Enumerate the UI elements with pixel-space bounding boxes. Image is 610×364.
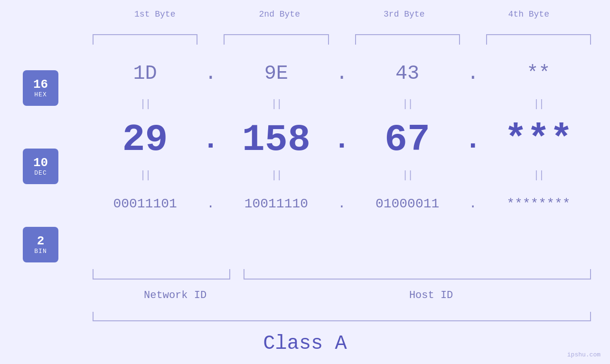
dec-b2: 158 bbox=[224, 114, 328, 166]
hex-b4: ** bbox=[486, 52, 591, 95]
hex-dot2: . bbox=[329, 52, 355, 95]
bottom-brackets bbox=[93, 269, 591, 280]
watermark: ipshu.com bbox=[567, 351, 601, 358]
dec-dot3: . bbox=[460, 114, 486, 166]
dec-b1: 29 bbox=[93, 114, 197, 166]
hex-b3: 43 bbox=[355, 52, 460, 95]
eq-row2: || || || || bbox=[93, 166, 591, 185]
bin-row: 00011101 . 10011110 . 01000011 . *******… bbox=[93, 185, 591, 223]
class-label: Class A bbox=[0, 332, 610, 355]
hex-row: 1D . 9E . 43 . ** bbox=[93, 52, 591, 95]
bin-b1: 00011101 bbox=[93, 185, 197, 223]
host-id-bracket bbox=[244, 269, 591, 280]
bin-b4: ******** bbox=[486, 185, 591, 223]
eq2-b2: || bbox=[224, 166, 328, 185]
byte3-header: 3rd Byte bbox=[342, 9, 467, 19]
hex-base-num: 16 bbox=[33, 78, 48, 92]
hex-dot3: . bbox=[460, 52, 486, 95]
byte4-header: 4th Byte bbox=[467, 9, 591, 19]
byte1-header: 1st Byte bbox=[93, 9, 217, 19]
eq1-b4: || bbox=[486, 95, 591, 114]
bin-badge: 2 BIN bbox=[23, 227, 58, 262]
bracket-byte3 bbox=[355, 34, 460, 45]
eq1-b1: || bbox=[93, 95, 197, 114]
network-id-bracket bbox=[93, 269, 230, 280]
bin-b3: 01000011 bbox=[355, 185, 460, 223]
hex-base-label: HEX bbox=[34, 91, 47, 98]
eq2-b4: || bbox=[486, 166, 591, 185]
bracket-byte4 bbox=[486, 34, 591, 45]
values-grid: 1D . 9E . 43 . ** || bbox=[93, 47, 591, 223]
bin-b2: 10011110 bbox=[224, 185, 328, 223]
dec-badge: 10 DEC bbox=[23, 149, 58, 184]
byte-headers: 1st Byte 2nd Byte 3rd Byte 4th Byte bbox=[93, 9, 591, 19]
bracket-spacer2 bbox=[329, 34, 355, 45]
bin-dot3: . bbox=[460, 185, 486, 223]
eq2-b3: || bbox=[355, 166, 460, 185]
eq1-b2: || bbox=[224, 95, 328, 114]
network-id-label: Network ID bbox=[93, 289, 258, 301]
dec-dot1: . bbox=[197, 114, 224, 166]
bin-base-label: BIN bbox=[34, 248, 47, 255]
eq2-b1: || bbox=[93, 166, 197, 185]
eq-row1: || || || || bbox=[93, 95, 591, 114]
dec-row: 29 . 158 . 67 . *** bbox=[93, 114, 591, 166]
bracket-spacer3 bbox=[460, 34, 486, 45]
eq1-b3: || bbox=[355, 95, 460, 114]
hex-b2: 9E bbox=[224, 52, 328, 95]
hex-badge: 16 HEX bbox=[23, 70, 58, 106]
main-container: 16 HEX 10 DEC 2 BIN 1st Byte 2nd Byte 3r… bbox=[0, 0, 610, 364]
hex-dot1: . bbox=[197, 52, 224, 95]
host-id-label: Host ID bbox=[271, 289, 591, 301]
dec-dot2: . bbox=[329, 114, 355, 166]
bracket-spacer1 bbox=[197, 34, 224, 45]
dec-base-num: 10 bbox=[33, 156, 48, 170]
outer-bottom-bracket bbox=[93, 312, 591, 321]
bin-dot2: . bbox=[329, 185, 355, 223]
bracket-byte2 bbox=[224, 34, 328, 45]
bracket-byte1 bbox=[93, 34, 197, 45]
top-brackets bbox=[93, 34, 591, 45]
byte2-header: 2nd Byte bbox=[217, 9, 342, 19]
bin-dot1: . bbox=[197, 185, 224, 223]
bin-base-num: 2 bbox=[37, 234, 45, 248]
dec-b4: *** bbox=[486, 114, 591, 166]
dec-b3: 67 bbox=[355, 114, 460, 166]
dec-base-label: DEC bbox=[34, 169, 47, 177]
hex-b1: 1D bbox=[93, 52, 197, 95]
bracket-gap bbox=[230, 269, 244, 280]
